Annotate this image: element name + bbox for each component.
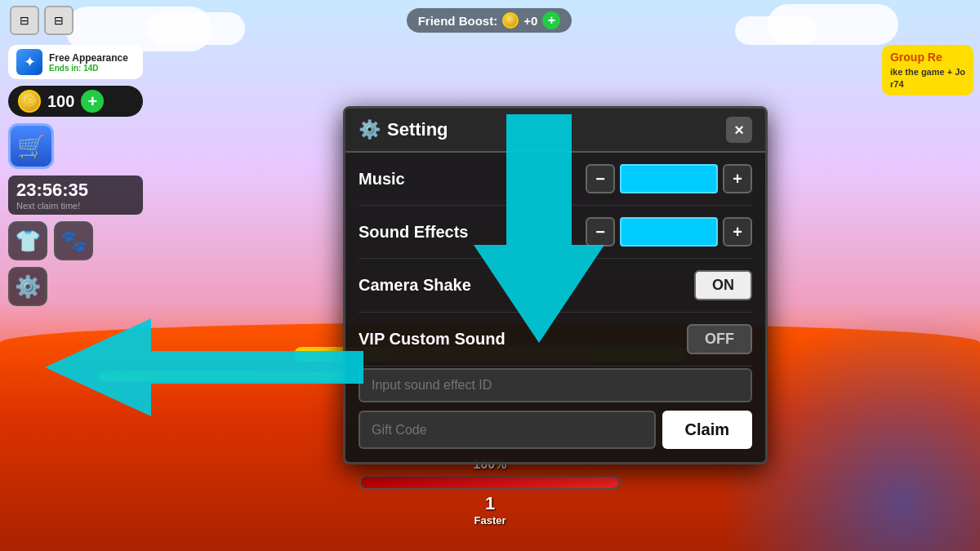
friend-boost-add-button[interactable]: +: [542, 11, 560, 29]
vip-sound-toggle[interactable]: OFF: [687, 324, 752, 354]
camera-shake-toggle[interactable]: ON: [694, 270, 752, 300]
sound-effects-control: − +: [586, 217, 752, 247]
modal-header: ⚙️ Setting ×: [345, 109, 765, 153]
group-reward-number: r74: [890, 78, 965, 91]
coin-icon-large: 🪙: [18, 90, 41, 113]
group-reward-title: Group Re: [890, 50, 965, 66]
minimize-button[interactable]: ⊟: [10, 6, 39, 35]
progress-fill: [361, 477, 619, 488]
top-bar: ⊟ ⊟ Friend Boost: +0 +: [0, 0, 980, 41]
music-minus-button[interactable]: −: [586, 164, 615, 193]
sound-effects-minus-button[interactable]: −: [586, 217, 615, 247]
vip-sound-label: VIP Custom Sound: [359, 330, 506, 349]
modal-body: Music − + Sound Effects − + Camera Shake: [345, 153, 765, 462]
appearance-text: Free Appearance Ends in: 14D: [49, 52, 128, 73]
friend-boost-display: Friend Boost: +0 +: [407, 8, 572, 33]
music-setting-row: Music − +: [359, 153, 752, 206]
friend-boost-value: +0: [523, 14, 537, 28]
timer-display: 23:56:35 Next claim time!: [8, 176, 143, 215]
coin-amount: 100: [47, 92, 74, 111]
appearance-subtitle: Ends in: 14D: [49, 64, 128, 73]
speed-value: 1: [485, 493, 495, 514]
settings-title-text: Setting: [387, 119, 448, 140]
sound-effect-id-input[interactable]: [359, 368, 752, 402]
vip-sound-setting-row: VIP Custom Sound OFF: [359, 313, 752, 367]
speed-indicator: 1 Faster: [474, 493, 506, 527]
group-reward-body: ike the game + Jo: [890, 66, 965, 78]
friend-boost-label: Friend Boost:: [418, 14, 498, 28]
left-panel: ✦ Free Appearance Ends in: 14D 🪙 100 + 🛒…: [8, 45, 143, 306]
music-plus-button[interactable]: +: [723, 164, 752, 193]
gift-code-input[interactable]: [359, 411, 656, 449]
shop-cart-button[interactable]: 🛒: [8, 123, 54, 169]
sound-effects-slider[interactable]: [620, 217, 718, 247]
camera-shake-label: Camera Shake: [359, 276, 471, 295]
gift-code-row: Claim: [359, 411, 752, 449]
clothing-button[interactable]: 👕: [8, 221, 47, 260]
music-label: Music: [359, 170, 405, 189]
appearance-icon: ✦: [16, 49, 42, 75]
coin-display: 🪙 100 +: [8, 86, 143, 117]
add-coins-button[interactable]: +: [81, 90, 104, 113]
claim-button[interactable]: Claim: [662, 411, 752, 449]
character-button[interactable]: 🐾: [54, 221, 93, 260]
window-button-2[interactable]: ⊟: [44, 6, 74, 35]
action-icons: 👕 🐾: [8, 221, 143, 260]
bottom-bar: 100% 1 Faster: [359, 457, 621, 527]
free-appearance-badge: ✦ Free Appearance Ends in: 14D: [8, 45, 143, 79]
sound-effects-label: Sound Effects: [359, 223, 468, 242]
sound-effects-setting-row: Sound Effects − +: [359, 206, 752, 259]
modal-title: ⚙️ Setting: [359, 119, 448, 140]
camera-shake-control: ON: [694, 270, 752, 300]
sound-effects-plus-button[interactable]: +: [723, 217, 752, 247]
camera-shake-setting-row: Camera Shake ON: [359, 259, 752, 313]
progress-bar: [359, 475, 621, 490]
music-slider[interactable]: [620, 164, 718, 193]
vip-sound-control: OFF: [687, 324, 752, 354]
timer-subtitle: Next claim time!: [16, 201, 135, 211]
settings-gear-icon: ⚙️: [359, 119, 381, 140]
settings-gear-button[interactable]: ⚙️: [8, 267, 47, 306]
settings-modal: ⚙️ Setting × Music − + Sound Effects −: [343, 106, 768, 464]
music-control: − +: [586, 164, 752, 193]
group-reward-panel[interactable]: Group Re ike the game + Jo r74: [882, 45, 973, 96]
window-controls: ⊟ ⊟: [10, 6, 74, 35]
modal-close-button[interactable]: ×: [726, 117, 752, 143]
timer-value: 23:56:35: [16, 180, 135, 201]
appearance-title: Free Appearance: [49, 52, 128, 64]
coin-icon-small: [502, 12, 519, 29]
speed-label: Faster: [474, 514, 506, 527]
